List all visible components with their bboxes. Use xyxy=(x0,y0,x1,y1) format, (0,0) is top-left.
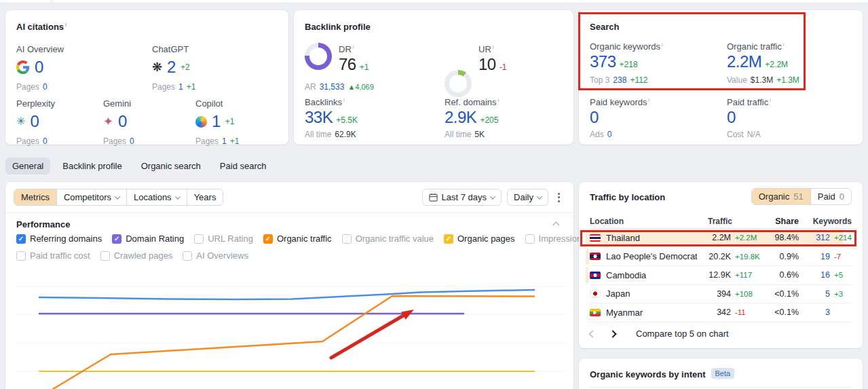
ar-value[interactable]: 31,533 xyxy=(320,82,345,92)
organic-paid-toggle: Organic 51 Paid 0 xyxy=(751,188,852,205)
checkbox-icon xyxy=(16,234,26,244)
checkbox-icon xyxy=(342,234,352,244)
metric-checkbox-impressions[interactable]: Impressions xyxy=(525,234,586,244)
collapse-chevron-icon[interactable] xyxy=(553,222,560,229)
pages-label: Pages xyxy=(103,136,126,146)
metric-checkbox-url-rating[interactable]: URL Rating xyxy=(194,234,253,244)
table-row-thailand[interactable]: Thailand 2.2M+2.2M 98.4% 312+214 xyxy=(590,229,852,248)
competitors-dropdown[interactable]: Competitors xyxy=(57,189,127,205)
info-icon[interactable]: i xyxy=(770,97,771,103)
toggle-paid[interactable]: Paid 0 xyxy=(811,189,851,204)
pages-value[interactable]: 1 xyxy=(178,82,183,92)
ur-donut xyxy=(445,70,472,97)
table-row-cambodia[interactable]: Cambodia 12.9K+117 0.6% 16+5 xyxy=(590,266,852,285)
tab-general[interactable]: General xyxy=(5,158,50,174)
info-icon[interactable]: i xyxy=(783,41,785,48)
top3-value[interactable]: 238 xyxy=(613,75,626,85)
tab-backlink-profile[interactable]: Backlink profile xyxy=(56,158,128,174)
ref-domains-value[interactable]: 2.9K xyxy=(445,108,476,127)
organic-traffic-delta: +2.2M xyxy=(765,60,788,69)
alltime-value: 5K xyxy=(474,130,485,139)
info-icon[interactable]: i xyxy=(343,97,345,103)
table-footer: Compare top 5 on chart xyxy=(590,329,729,339)
metric-checkbox-organic-traffic[interactable]: Organic traffic xyxy=(263,234,332,244)
copilot-icon xyxy=(195,116,207,128)
checkbox-icon xyxy=(112,234,121,244)
more-menu-icon[interactable] xyxy=(554,193,564,202)
paid-keywords-value[interactable]: 0 xyxy=(590,108,599,127)
pages-value[interactable]: 1 xyxy=(222,136,227,146)
info-icon[interactable]: i xyxy=(65,22,67,28)
metrics-button[interactable]: Metrics xyxy=(14,189,57,205)
thailand-flag-icon xyxy=(590,234,601,242)
compare-top5-link[interactable]: Compare top 5 on chart xyxy=(636,329,729,339)
stat-label: Copilot xyxy=(195,98,239,109)
ref-domains-delta: +205 xyxy=(480,115,498,125)
metric-checkbox-organic-traffic-value[interactable]: Organic traffic value xyxy=(342,234,434,244)
ai-citations-card: AI citationsi AI Overview 0 Pages 0 Chat… xyxy=(5,10,288,145)
pages-value[interactable]: 0 xyxy=(43,136,48,146)
info-icon[interactable]: i xyxy=(493,44,494,50)
metric-checkbox-ai-overviews[interactable]: AI Overviews xyxy=(183,251,248,261)
pages-value[interactable]: 0 xyxy=(43,82,48,92)
metric-checkbox-organic-pages[interactable]: Organic pages xyxy=(444,234,515,244)
table-row-myanmar[interactable]: Myanmar 342-11 <0.1% 3 xyxy=(590,303,852,322)
laos-flag-icon xyxy=(590,253,601,260)
paid-traffic-value[interactable]: 0 xyxy=(727,108,736,127)
backlinks-value[interactable]: 33K xyxy=(305,108,333,127)
prev-page-icon[interactable] xyxy=(588,330,596,337)
info-icon[interactable]: i xyxy=(353,44,354,50)
stat-value[interactable]: 0 xyxy=(35,58,43,77)
divider xyxy=(51,0,52,3)
top3-delta: +112 xyxy=(630,75,647,85)
organic-keywords-label: Organic keywordsi xyxy=(590,41,663,52)
info-icon[interactable]: i xyxy=(649,97,650,103)
myanmar-flag-icon xyxy=(590,309,601,316)
col-location[interactable]: Location xyxy=(590,217,697,226)
col-traffic[interactable]: Traffic xyxy=(697,217,762,226)
ads-value[interactable]: 0 xyxy=(607,130,612,139)
tab-paid-search[interactable]: Paid search xyxy=(213,158,273,174)
col-share[interactable]: Share xyxy=(762,217,799,226)
metric-checkbox-referring-domains[interactable]: Referring domains xyxy=(16,234,102,244)
paid-count: 0 xyxy=(839,191,844,202)
next-page-icon[interactable] xyxy=(609,330,616,337)
table-row-japan[interactable]: Japan 394+108 <0.1% 5+3 xyxy=(590,285,852,304)
pages-value[interactable]: 0 xyxy=(130,136,134,146)
info-icon[interactable]: i xyxy=(498,97,499,103)
share-bar xyxy=(586,267,588,284)
date-range-dropdown[interactable]: Last 7 days xyxy=(422,189,502,206)
perplexity-icon: ✳ xyxy=(16,116,25,127)
ur-delta: -1 xyxy=(499,62,507,72)
metric-checkbox-paid-traffic-cost[interactable]: Paid traffic cost xyxy=(16,251,90,261)
stat-value[interactable]: 0 xyxy=(30,112,39,131)
metric-checkbox-domain-rating[interactable]: Domain Rating xyxy=(112,234,184,244)
stat-value[interactable]: 1 xyxy=(212,112,221,131)
value-value: $1.3M xyxy=(751,75,773,85)
organic-traffic-value[interactable]: 2.2M xyxy=(727,52,761,71)
col-keywords[interactable]: Keywords xyxy=(799,217,852,226)
pages-delta: +1 xyxy=(187,82,196,92)
years-button[interactable]: Years xyxy=(187,189,223,205)
pages-label: Pages xyxy=(195,136,219,146)
backlinks-delta: +5.5K xyxy=(336,115,358,125)
info-icon[interactable]: i xyxy=(662,41,663,48)
toggle-organic[interactable]: Organic 51 xyxy=(752,189,811,204)
locations-dropdown[interactable]: Locations xyxy=(127,189,187,205)
metric-checkbox-crawled-pages[interactable]: Crawled pages xyxy=(100,251,173,261)
stat-delta: +2 xyxy=(181,62,190,72)
stat-value[interactable]: 0 xyxy=(118,112,127,131)
organic-keywords-value[interactable]: 373 xyxy=(590,52,616,71)
stat-label: Perplexity xyxy=(16,98,55,109)
alltime-label: All time xyxy=(445,130,471,139)
granularity-dropdown[interactable]: Daily xyxy=(507,189,548,206)
stat-value[interactable]: 2 xyxy=(167,58,176,77)
chevron-down-icon xyxy=(115,193,120,199)
calendar-icon xyxy=(429,193,438,202)
stat-delta: +1 xyxy=(225,117,235,126)
search-title: Search xyxy=(590,22,619,32)
chatgpt-icon: ❋ xyxy=(152,61,162,73)
keywords-by-intent-title: Organic keywords by intentBeta xyxy=(590,368,734,380)
tab-organic-search[interactable]: Organic search xyxy=(134,158,208,174)
table-row-laos[interactable]: Lao People's Democratic Reput 20.2K+19.8… xyxy=(590,248,852,267)
